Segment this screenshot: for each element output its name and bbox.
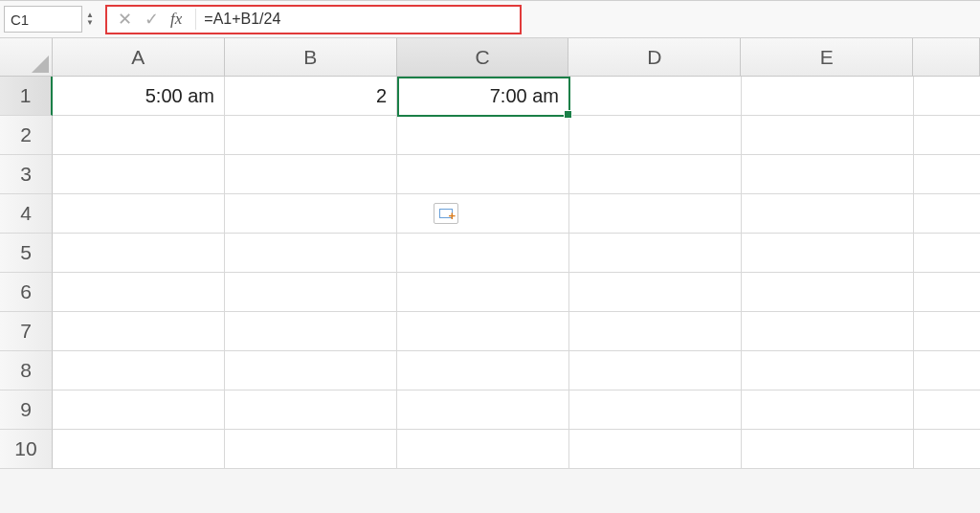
row-header-2[interactable]: 2 bbox=[0, 116, 53, 155]
cell-B6[interactable] bbox=[225, 273, 397, 312]
row-header-7[interactable]: 7 bbox=[0, 312, 53, 351]
cell-E4[interactable] bbox=[742, 194, 914, 234]
cell-B3[interactable] bbox=[225, 155, 397, 194]
cell-C2[interactable] bbox=[397, 116, 569, 155]
table-row bbox=[53, 312, 980, 351]
cell-E5[interactable] bbox=[742, 234, 914, 273]
cell-A8[interactable] bbox=[53, 351, 225, 390]
row-header-5[interactable]: 5 bbox=[0, 234, 53, 273]
cell-E8[interactable] bbox=[742, 351, 914, 390]
cell-D1[interactable] bbox=[569, 77, 742, 116]
cell-C4[interactable] bbox=[397, 194, 569, 234]
cell-C10[interactable] bbox=[397, 430, 569, 469]
cell-A9[interactable] bbox=[53, 390, 225, 430]
cell-F1[interactable] bbox=[914, 77, 980, 116]
cell-C6[interactable] bbox=[397, 273, 569, 312]
cell-A6[interactable] bbox=[53, 273, 225, 312]
row-header-3[interactable]: 3 bbox=[0, 155, 53, 194]
cell-A1[interactable]: 5:00 am bbox=[53, 77, 225, 116]
cell-D10[interactable] bbox=[569, 430, 742, 469]
cell-D8[interactable] bbox=[569, 351, 742, 390]
cell-F8[interactable] bbox=[914, 351, 980, 390]
enter-icon[interactable]: ✓ bbox=[142, 9, 161, 30]
cell-D7[interactable] bbox=[569, 312, 742, 351]
cell-E10[interactable] bbox=[742, 430, 914, 469]
table-row bbox=[53, 430, 980, 469]
row-header-4[interactable]: 4 bbox=[0, 194, 53, 234]
cell-E2[interactable] bbox=[742, 116, 914, 155]
cell-A3[interactable] bbox=[53, 155, 225, 194]
row-header-8[interactable]: 8 bbox=[0, 351, 53, 390]
cell-B10[interactable] bbox=[225, 430, 397, 469]
cell-D9[interactable] bbox=[569, 390, 742, 430]
cell-C3[interactable] bbox=[397, 155, 569, 194]
cell-B8[interactable] bbox=[225, 351, 397, 390]
row-header-10[interactable]: 10 bbox=[0, 430, 53, 469]
formula-input[interactable] bbox=[204, 11, 520, 28]
cell-F9[interactable] bbox=[914, 390, 980, 430]
cell-A2[interactable] bbox=[53, 116, 225, 155]
cell-D3[interactable] bbox=[569, 155, 742, 194]
cancel-icon[interactable]: ✕ bbox=[115, 9, 134, 30]
table-row bbox=[53, 234, 980, 273]
cell-A7[interactable] bbox=[53, 312, 225, 351]
cell-B4[interactable] bbox=[225, 194, 397, 234]
cell-E3[interactable] bbox=[742, 155, 914, 194]
name-box[interactable]: C1 bbox=[4, 6, 82, 33]
cell-E9[interactable] bbox=[742, 390, 914, 430]
stepper-down-icon[interactable]: ▼ bbox=[86, 19, 100, 27]
cell-E7[interactable] bbox=[742, 312, 914, 351]
cell-E6[interactable] bbox=[742, 273, 914, 312]
cell-C7[interactable] bbox=[397, 312, 569, 351]
cell-B2[interactable] bbox=[225, 116, 397, 155]
col-header-F[interactable] bbox=[913, 38, 980, 77]
row-header-9[interactable]: 9 bbox=[0, 390, 53, 430]
table-row bbox=[53, 116, 980, 155]
autofill-options-icon[interactable]: + bbox=[434, 203, 458, 224]
cell-C9[interactable] bbox=[397, 390, 569, 430]
cell-D5[interactable] bbox=[569, 234, 742, 273]
formula-box-highlighted: ✕ ✓ fx bbox=[105, 5, 522, 34]
table-row bbox=[53, 194, 980, 234]
cell-A5[interactable] bbox=[53, 234, 225, 273]
select-all-corner[interactable] bbox=[0, 38, 53, 77]
formula-bar: C1 ▲ ▼ ✕ ✓ fx bbox=[0, 0, 980, 38]
cell-C1[interactable]: 7:00 am bbox=[397, 77, 569, 116]
spreadsheet-grid: A B C D E 1 2 3 4 5 6 7 8 9 10 5:00 am 2… bbox=[0, 38, 980, 469]
cell-D4[interactable] bbox=[569, 194, 742, 234]
cell-F7[interactable] bbox=[914, 312, 980, 351]
cell-D2[interactable] bbox=[569, 116, 742, 155]
cell-B5[interactable] bbox=[225, 234, 397, 273]
cell-F6[interactable] bbox=[914, 273, 980, 312]
col-header-B[interactable]: B bbox=[225, 38, 397, 77]
row-header-6[interactable]: 6 bbox=[0, 273, 53, 312]
plus-icon: + bbox=[448, 212, 456, 221]
cell-F5[interactable] bbox=[914, 234, 980, 273]
table-row: 5:00 am 2 7:00 am bbox=[53, 77, 980, 116]
cell-B1[interactable]: 2 bbox=[225, 77, 397, 116]
cell-F2[interactable] bbox=[914, 116, 980, 155]
cell-B9[interactable] bbox=[225, 390, 397, 430]
cell-B7[interactable] bbox=[225, 312, 397, 351]
col-header-C[interactable]: C bbox=[397, 38, 569, 77]
divider bbox=[195, 9, 196, 30]
cell-A4[interactable] bbox=[53, 194, 225, 234]
cell-F4[interactable] bbox=[914, 194, 980, 234]
col-header-E[interactable]: E bbox=[741, 38, 913, 77]
column-headers: A B C D E bbox=[0, 38, 980, 77]
row-header-1[interactable]: 1 bbox=[0, 77, 53, 116]
table-row bbox=[53, 273, 980, 312]
cell-F10[interactable] bbox=[914, 430, 980, 469]
cell-C5[interactable] bbox=[397, 234, 569, 273]
cell-F3[interactable] bbox=[914, 155, 980, 194]
name-box-stepper[interactable]: ▲ ▼ bbox=[86, 11, 100, 27]
cell-E1[interactable] bbox=[742, 77, 914, 116]
table-row bbox=[53, 155, 980, 194]
cell-A10[interactable] bbox=[53, 430, 225, 469]
col-header-A[interactable]: A bbox=[53, 38, 225, 77]
cell-D6[interactable] bbox=[569, 273, 742, 312]
fx-icon[interactable]: fx bbox=[168, 10, 184, 29]
col-header-D[interactable]: D bbox=[568, 38, 741, 77]
row-headers: 1 2 3 4 5 6 7 8 9 10 bbox=[0, 77, 53, 469]
cell-C8[interactable] bbox=[397, 351, 569, 390]
